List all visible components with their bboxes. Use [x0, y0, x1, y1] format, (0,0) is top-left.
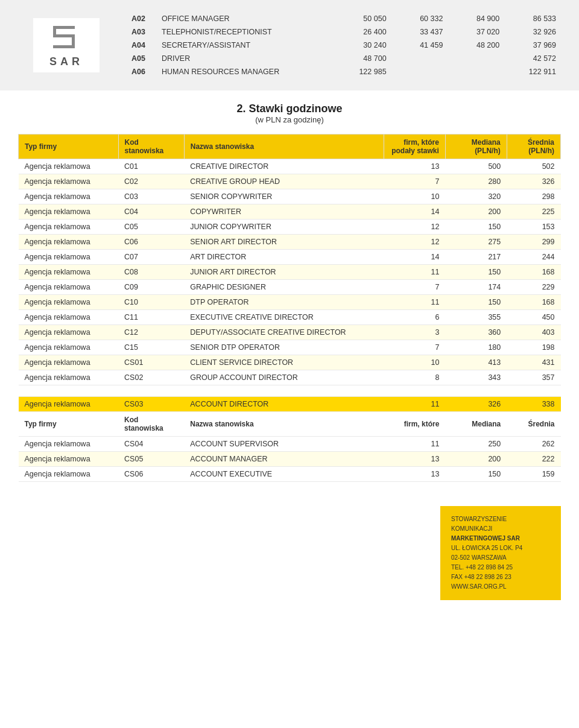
row-kod: C12 — [118, 325, 184, 340]
top-table-area: A02 OFFICE MANAGER 50 050 60 332 84 900 … — [115, 12, 561, 78]
row-code: A04 — [127, 39, 157, 52]
row-srednia: 225 — [507, 204, 560, 220]
row-kod: C11 — [118, 310, 184, 325]
row-firmy: 8 — [384, 370, 445, 385]
row-firmy: 7 — [384, 280, 445, 295]
row-kod: C08 — [118, 265, 184, 280]
row-srednia: 450 — [507, 310, 560, 325]
row-nazwa: GRAPHIC DESIGNER — [184, 280, 384, 295]
table-row: Agencja reklamowa C11 EXECUTIVE CREATIVE… — [19, 310, 561, 325]
row-v2 — [391, 52, 448, 65]
svg-rect-0 — [53, 26, 75, 29]
svg-rect-2 — [53, 34, 75, 37]
row-firm: Agencja reklamowa — [19, 295, 119, 310]
row-kod: C05 — [118, 220, 184, 235]
row-firmy: 10 — [384, 355, 445, 370]
row-nazwa: CLIENT SERVICE DIRECTOR — [184, 355, 384, 370]
row-srednia: 338 — [507, 397, 560, 412]
row-firmy: 12 — [384, 235, 445, 250]
row-firmy: 6 — [384, 310, 445, 325]
row-firmy: 7 — [384, 174, 445, 189]
row-firm: Agencja reklamowa — [19, 370, 119, 385]
header2-col-mediana: Mediana — [445, 412, 507, 437]
row-srednia: 299 — [507, 235, 560, 250]
row-mediana: 150 — [445, 467, 507, 482]
footer-box: STOWARZYSZENIE KOMUNIKACJI MARKETINGOWEJ… — [440, 506, 561, 600]
row-srednia: 153 — [507, 220, 560, 235]
section-main-title: 2. Stawki godzinowe — [18, 103, 561, 115]
logo-text: SAR — [49, 55, 83, 68]
row-v4: 37 969 — [504, 39, 561, 52]
row-code: A05 — [127, 52, 157, 65]
row-mediana: 200 — [445, 452, 507, 467]
row-v4: 86 533 — [504, 12, 561, 25]
footer-line2: KOMUNIKACJI — [451, 524, 550, 534]
row-firm: Agencja reklamowa — [19, 189, 119, 204]
row-v3: 84 900 — [448, 12, 504, 25]
table-row: Agencja reklamowa C10 DTP OPERATOR 11 15… — [19, 295, 561, 310]
table-row: A02 OFFICE MANAGER 50 050 60 332 84 900 … — [127, 12, 561, 25]
table-row: A05 DRIVER 48 700 42 572 — [127, 52, 561, 65]
row-kod: C07 — [118, 250, 184, 265]
table-row: Agencja reklamowa CS01 CLIENT SERVICE DI… — [19, 355, 561, 370]
row-name: TELEPHONIST/RECEPTIONIST — [157, 25, 335, 39]
row-kod: C15 — [118, 340, 184, 355]
logo-box: SAR — [33, 18, 100, 72]
row-nazwa: SENIOR DTP OPERATOR — [184, 340, 384, 355]
row-mediana: 360 — [445, 325, 507, 340]
row-name: DRIVER — [157, 52, 335, 65]
row-firm: Agencja reklamowa — [19, 340, 119, 355]
row-nazwa: SENIOR ART DIRECTOR — [184, 235, 384, 250]
row-v1: 30 240 — [335, 39, 391, 52]
row-v1: 50 050 — [335, 12, 391, 25]
row-mediana: 343 — [445, 370, 507, 385]
row-srednia: 262 — [507, 437, 560, 452]
row-nazwa: ACCOUNT MANAGER — [184, 452, 384, 467]
row-code: A02 — [127, 12, 157, 25]
table-row — [19, 385, 561, 397]
row-mediana: 174 — [445, 280, 507, 295]
main-data-table: Typ firmy Kod stanowiska Nazwa stanowisk… — [18, 134, 561, 482]
row-srednia: 222 — [507, 452, 560, 467]
table-row: Agencja reklamowa C05 JUNIOR COPYWRITER … — [19, 220, 561, 235]
table-row: Agencja reklamowa C06 SENIOR ART DIRECTO… — [19, 235, 561, 250]
header-col-srednia: Średnia (PLN/h) — [507, 135, 560, 159]
row-kod: CS03 — [118, 397, 184, 412]
header-col-kod: Kod stanowiska — [118, 135, 184, 159]
row-mediana: 413 — [445, 355, 507, 370]
row-name: HUMAN RESOURCES MANAGER — [157, 65, 335, 78]
table-header-row: Typ firmy Kod stanowiska Nazwa stanowisk… — [19, 135, 561, 159]
header-col-firmy: firm, które podały stawki — [384, 135, 445, 159]
row-kod: CS01 — [118, 355, 184, 370]
row-srednia: 298 — [507, 189, 560, 204]
row-v4: 122 911 — [504, 65, 561, 78]
row-mediana: 150 — [445, 295, 507, 310]
row-mediana: 320 — [445, 189, 507, 204]
row-nazwa: DEPUTY/ASSOCIATE CREATIVE DIRECTOR — [184, 325, 384, 340]
row-v4: 32 926 — [504, 25, 561, 39]
row-mediana: 355 — [445, 310, 507, 325]
row-mediana: 280 — [445, 174, 507, 189]
top-table: A02 OFFICE MANAGER 50 050 60 332 84 900 … — [127, 12, 561, 78]
row-srednia: 431 — [507, 355, 560, 370]
row-v2 — [391, 65, 448, 78]
footer-address: UL. ŁOWICKA 25 LOK. P4 — [451, 543, 550, 553]
row-firm: Agencja reklamowa — [19, 280, 119, 295]
row-mediana: 180 — [445, 340, 507, 355]
row-srednia: 357 — [507, 370, 560, 385]
row-v2: 60 332 — [391, 12, 448, 25]
row-v1: 48 700 — [335, 52, 391, 65]
row-mediana: 250 — [445, 437, 507, 452]
table-row: Agencja reklamowa CS04 ACCOUNT SUPERVISO… — [19, 437, 561, 452]
table-row: Agencja reklamowa C08 JUNIOR ART DIRECTO… — [19, 265, 561, 280]
row-name: SECRETARY/ASSISTANT — [157, 39, 335, 52]
footer-area: STOWARZYSZENIE KOMUNIKACJI MARKETINGOWEJ… — [0, 494, 579, 606]
row-v1: 122 985 — [335, 65, 391, 78]
row-firmy: 11 — [384, 295, 445, 310]
row-srednia: 168 — [507, 265, 560, 280]
row-firm: Agencja reklamowa — [19, 437, 119, 452]
row-firmy: 11 — [384, 265, 445, 280]
page: SAR A02 OFFICE MANAGER 50 050 60 332 84 … — [0, 0, 579, 728]
row-mediana: 150 — [445, 220, 507, 235]
row-firmy: 7 — [384, 340, 445, 355]
